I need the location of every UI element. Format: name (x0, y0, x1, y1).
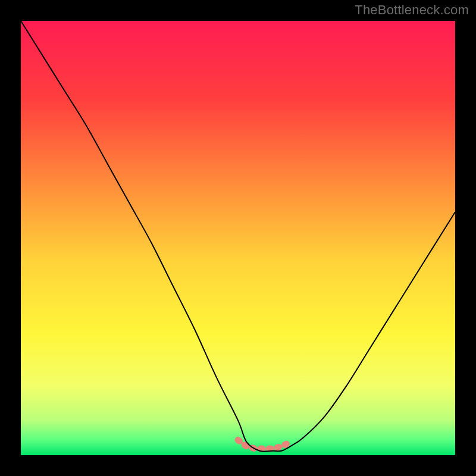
gradient-background (21, 21, 455, 455)
chart-svg (21, 21, 455, 455)
chart-frame: TheBottleneck.com (0, 0, 476, 476)
watermark-text: TheBottleneck.com (355, 2, 469, 18)
plot-area (21, 21, 455, 455)
